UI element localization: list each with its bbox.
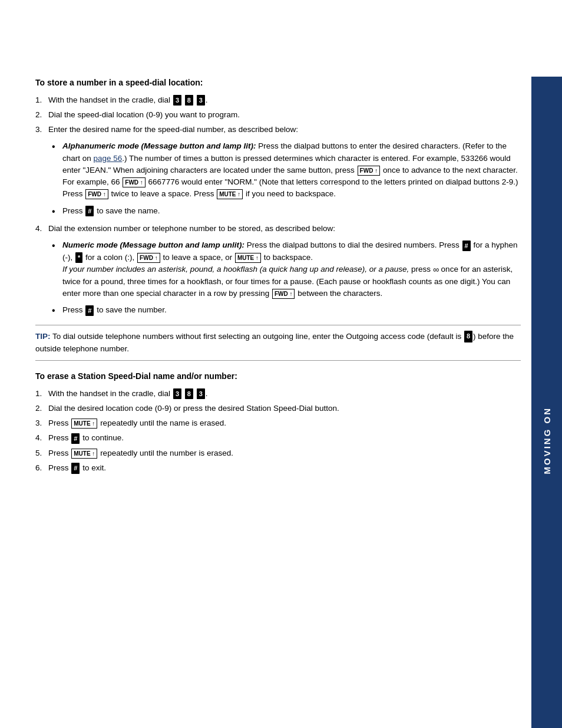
star-key-1: * (75, 252, 82, 263)
s2-step-6-num: 6. (35, 462, 48, 474)
steps-list-2: 4. Dial the extension number or telephon… (35, 223, 521, 235)
bullet-2-1: • Numeric mode (Message button and lamp … (52, 239, 521, 299)
fwd-key-5: FWD ↑ (272, 289, 295, 299)
key-8: 8 (185, 95, 193, 106)
bullet-1-1-content: Alphanumeric mode (Message button and la… (62, 140, 521, 200)
bullet-2-1-content: Numeric mode (Message button and lamp un… (62, 239, 521, 299)
step-4-content: Dial the extension number or telephone n… (48, 223, 521, 235)
fwd-key-1: FWD ↑ (358, 166, 381, 176)
bullet-1-2: • Press # to save the name. (52, 205, 521, 218)
section1-heading: To store a number in a speed-dial locati… (35, 77, 521, 90)
tip-label: TIP: (35, 332, 51, 341)
step-3-content: Enter the desired name for the speed-dia… (48, 124, 521, 136)
s2-mute-key-1: MUTE ↑ (71, 419, 97, 429)
page-wrapper: MOVING ON To store a number in a speed-d… (0, 77, 562, 728)
hash-key-3: # (85, 305, 94, 317)
s2-step-4: 4. Press # to continue. (35, 432, 521, 444)
s2-step-6-content: Press # to exit. (48, 462, 521, 474)
hash-key-2: # (462, 241, 471, 252)
step-1-num: 1. (35, 94, 48, 106)
s2-step-4-num: 4. (35, 432, 48, 444)
alphanumeric-label: Alphanumeric mode (Message button and la… (62, 141, 256, 150)
sidebar: MOVING ON (531, 77, 562, 728)
tip-box: TIP: To dial outside telephone numbers w… (35, 325, 521, 361)
s2-key-3b: 3 (197, 388, 205, 400)
fwd-key-4: FWD ↑ (137, 253, 160, 263)
special-chars-note: If your number includes an asterisk, pou… (62, 265, 409, 274)
bullet-1-1: • Alphanumeric mode (Message button and … (52, 140, 521, 200)
s2-key-3: 3 (173, 388, 181, 400)
numeric-label: Numeric mode (Message button and lamp un… (62, 241, 244, 249)
bullets-2: • Numeric mode (Message button and lamp … (52, 239, 521, 317)
s2-step-2-num: 2. (35, 403, 48, 414)
bullets-1: • Alphanumeric mode (Message button and … (52, 140, 521, 218)
s2-hash-key-2: # (71, 463, 80, 474)
bullet-dot-1: • (52, 140, 62, 200)
s2-step-1: 1. With the handset in the cradle, dial … (35, 388, 521, 400)
bullet-dot-4: • (52, 304, 62, 317)
tip-key-8: 8 (464, 331, 472, 342)
step-2-content: Dial the speed-dial location (0-9) you w… (48, 109, 521, 121)
step-1-content: With the handset in the cradle, dial 3 8… (48, 94, 521, 106)
s2-step-1-num: 1. (35, 388, 48, 400)
s2-step-2: 2. Dial the desired location code (0-9) … (35, 403, 521, 414)
s2-step-5: 5. Press MUTE ↑ repeatedly until the num… (35, 447, 521, 459)
page-56-link[interactable]: page 56 (94, 154, 123, 163)
bullet-2-2: • Press # to save the number. (52, 304, 521, 317)
bullet-dot-2: • (52, 205, 62, 218)
s2-step-1-content: With the handset in the cradle, dial 3 8… (48, 388, 521, 400)
step-4-num: 4. (35, 223, 48, 235)
s2-mute-key-2: MUTE ↑ (71, 449, 97, 459)
section2-steps: 1. With the handset in the cradle, dial … (35, 388, 521, 475)
s2-step-5-num: 5. (35, 447, 48, 459)
sidebar-label: MOVING ON (542, 407, 552, 475)
step-2-num: 2. (35, 109, 48, 121)
s2-step-4-content: Press # to continue. (48, 432, 521, 444)
s2-step-5-content: Press MUTE ↑ repeatedly until the number… (48, 447, 521, 459)
hash-key-1: # (85, 206, 94, 217)
key-3b: 3 (197, 95, 205, 106)
fwd-key-3: FWD ↑ (85, 189, 108, 199)
s2-hash-key-1: # (71, 433, 80, 444)
fwd-key-2: FWD ↑ (123, 177, 146, 187)
key-3: 3 (173, 95, 181, 106)
step-3-num: 3. (35, 124, 48, 136)
mute-key-2: MUTE ↑ (235, 253, 261, 263)
main-content: To store a number in a speed-dial locati… (35, 77, 521, 526)
step-1: 1. With the handset in the cradle, dial … (35, 94, 521, 106)
s2-step-2-content: Dial the desired location code (0-9) or … (48, 403, 521, 414)
mute-key-1: MUTE ↑ (217, 189, 243, 199)
bullet-1-2-content: Press # to save the name. (62, 205, 521, 218)
s2-step-6: 6. Press # to exit. (35, 462, 521, 474)
step-4: 4. Dial the extension number or telephon… (35, 223, 521, 235)
s2-key-8: 8 (185, 388, 193, 400)
bullet-2-2-content: Press # to save the number. (62, 304, 521, 317)
s2-step-3: 3. Press MUTE ↑ repeatedly until the nam… (35, 417, 521, 429)
step-3: 3. Enter the desired name for the speed-… (35, 124, 521, 136)
s2-step-3-content: Press MUTE ↑ repeatedly until the name i… (48, 417, 521, 429)
section2-heading: To erase a Station Speed-Dial name and/o… (35, 370, 521, 383)
steps-list-1: 1. With the handset in the cradle, dial … (35, 94, 521, 136)
infinity-icon: ∞ (433, 265, 439, 274)
step-2: 2. Dial the speed-dial location (0-9) yo… (35, 109, 521, 121)
bullet-dot-3: • (52, 239, 62, 299)
s2-step-3-num: 3. (35, 417, 48, 429)
